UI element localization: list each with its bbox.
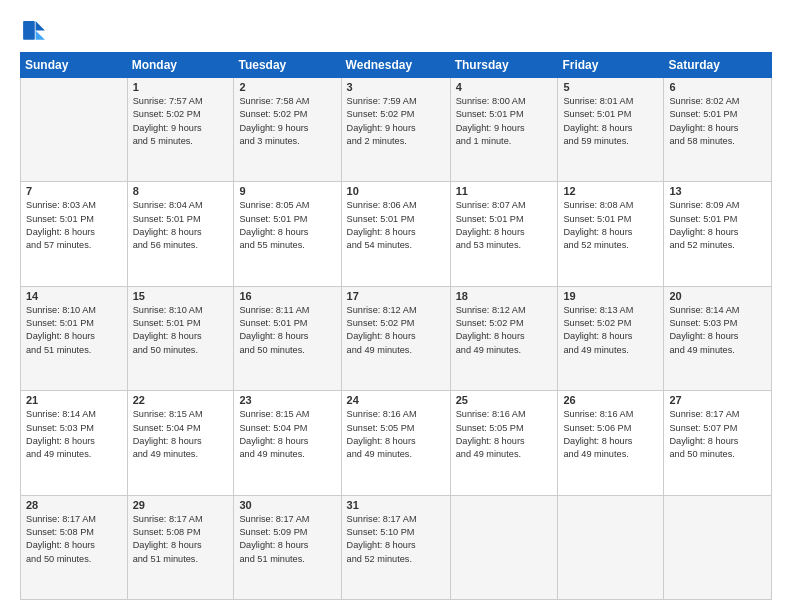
day-info: Sunrise: 8:17 AM Sunset: 5:08 PM Dayligh… (133, 513, 229, 566)
day-number: 28 (26, 499, 122, 511)
day-info: Sunrise: 8:10 AM Sunset: 5:01 PM Dayligh… (133, 304, 229, 357)
day-cell: 18Sunrise: 8:12 AM Sunset: 5:02 PM Dayli… (450, 286, 558, 390)
day-cell: 30Sunrise: 8:17 AM Sunset: 5:09 PM Dayli… (234, 495, 341, 599)
day-number: 25 (456, 394, 553, 406)
weekday-tuesday: Tuesday (234, 53, 341, 78)
day-cell: 28Sunrise: 8:17 AM Sunset: 5:08 PM Dayli… (21, 495, 128, 599)
day-info: Sunrise: 8:17 AM Sunset: 5:10 PM Dayligh… (347, 513, 445, 566)
svg-marker-1 (36, 30, 45, 39)
day-info: Sunrise: 8:11 AM Sunset: 5:01 PM Dayligh… (239, 304, 335, 357)
day-cell: 1Sunrise: 7:57 AM Sunset: 5:02 PM Daylig… (127, 78, 234, 182)
day-info: Sunrise: 8:16 AM Sunset: 5:05 PM Dayligh… (456, 408, 553, 461)
calendar-table: SundayMondayTuesdayWednesdayThursdayFrid… (20, 52, 772, 600)
day-cell: 4Sunrise: 8:00 AM Sunset: 5:01 PM Daylig… (450, 78, 558, 182)
weekday-sunday: Sunday (21, 53, 128, 78)
day-number: 17 (347, 290, 445, 302)
day-cell: 23Sunrise: 8:15 AM Sunset: 5:04 PM Dayli… (234, 391, 341, 495)
day-cell: 12Sunrise: 8:08 AM Sunset: 5:01 PM Dayli… (558, 182, 664, 286)
day-number: 30 (239, 499, 335, 511)
day-cell: 19Sunrise: 8:13 AM Sunset: 5:02 PM Dayli… (558, 286, 664, 390)
day-cell: 13Sunrise: 8:09 AM Sunset: 5:01 PM Dayli… (664, 182, 772, 286)
day-number: 4 (456, 81, 553, 93)
week-row-2: 7Sunrise: 8:03 AM Sunset: 5:01 PM Daylig… (21, 182, 772, 286)
week-row-1: 1Sunrise: 7:57 AM Sunset: 5:02 PM Daylig… (21, 78, 772, 182)
week-row-3: 14Sunrise: 8:10 AM Sunset: 5:01 PM Dayli… (21, 286, 772, 390)
day-info: Sunrise: 8:17 AM Sunset: 5:09 PM Dayligh… (239, 513, 335, 566)
day-number: 20 (669, 290, 766, 302)
day-number: 13 (669, 185, 766, 197)
day-info: Sunrise: 7:58 AM Sunset: 5:02 PM Dayligh… (239, 95, 335, 148)
day-info: Sunrise: 8:16 AM Sunset: 5:05 PM Dayligh… (347, 408, 445, 461)
day-number: 27 (669, 394, 766, 406)
weekday-monday: Monday (127, 53, 234, 78)
day-number: 31 (347, 499, 445, 511)
day-cell: 21Sunrise: 8:14 AM Sunset: 5:03 PM Dayli… (21, 391, 128, 495)
logo (20, 18, 52, 46)
day-cell: 26Sunrise: 8:16 AM Sunset: 5:06 PM Dayli… (558, 391, 664, 495)
day-number: 29 (133, 499, 229, 511)
day-info: Sunrise: 8:16 AM Sunset: 5:06 PM Dayligh… (563, 408, 658, 461)
day-info: Sunrise: 7:57 AM Sunset: 5:02 PM Dayligh… (133, 95, 229, 148)
day-info: Sunrise: 8:03 AM Sunset: 5:01 PM Dayligh… (26, 199, 122, 252)
weekday-saturday: Saturday (664, 53, 772, 78)
weekday-row: SundayMondayTuesdayWednesdayThursdayFrid… (21, 53, 772, 78)
day-info: Sunrise: 8:05 AM Sunset: 5:01 PM Dayligh… (239, 199, 335, 252)
day-number: 7 (26, 185, 122, 197)
day-number: 12 (563, 185, 658, 197)
weekday-wednesday: Wednesday (341, 53, 450, 78)
calendar-body: 1Sunrise: 7:57 AM Sunset: 5:02 PM Daylig… (21, 78, 772, 600)
week-row-5: 28Sunrise: 8:17 AM Sunset: 5:08 PM Dayli… (21, 495, 772, 599)
day-info: Sunrise: 8:17 AM Sunset: 5:08 PM Dayligh… (26, 513, 122, 566)
day-number: 24 (347, 394, 445, 406)
day-number: 6 (669, 81, 766, 93)
day-number: 11 (456, 185, 553, 197)
day-cell: 7Sunrise: 8:03 AM Sunset: 5:01 PM Daylig… (21, 182, 128, 286)
day-cell: 11Sunrise: 8:07 AM Sunset: 5:01 PM Dayli… (450, 182, 558, 286)
page: SundayMondayTuesdayWednesdayThursdayFrid… (0, 0, 792, 612)
day-number: 15 (133, 290, 229, 302)
day-cell: 24Sunrise: 8:16 AM Sunset: 5:05 PM Dayli… (341, 391, 450, 495)
day-info: Sunrise: 8:02 AM Sunset: 5:01 PM Dayligh… (669, 95, 766, 148)
day-info: Sunrise: 8:00 AM Sunset: 5:01 PM Dayligh… (456, 95, 553, 148)
day-cell: 16Sunrise: 8:11 AM Sunset: 5:01 PM Dayli… (234, 286, 341, 390)
weekday-friday: Friday (558, 53, 664, 78)
logo-icon (20, 18, 48, 46)
day-cell (21, 78, 128, 182)
day-number: 3 (347, 81, 445, 93)
day-info: Sunrise: 8:08 AM Sunset: 5:01 PM Dayligh… (563, 199, 658, 252)
day-info: Sunrise: 8:12 AM Sunset: 5:02 PM Dayligh… (347, 304, 445, 357)
day-cell: 8Sunrise: 8:04 AM Sunset: 5:01 PM Daylig… (127, 182, 234, 286)
day-info: Sunrise: 8:17 AM Sunset: 5:07 PM Dayligh… (669, 408, 766, 461)
day-cell: 9Sunrise: 8:05 AM Sunset: 5:01 PM Daylig… (234, 182, 341, 286)
day-info: Sunrise: 8:13 AM Sunset: 5:02 PM Dayligh… (563, 304, 658, 357)
day-number: 16 (239, 290, 335, 302)
day-number: 9 (239, 185, 335, 197)
day-info: Sunrise: 8:06 AM Sunset: 5:01 PM Dayligh… (347, 199, 445, 252)
day-number: 8 (133, 185, 229, 197)
day-number: 1 (133, 81, 229, 93)
svg-marker-0 (36, 21, 45, 30)
day-cell: 22Sunrise: 8:15 AM Sunset: 5:04 PM Dayli… (127, 391, 234, 495)
day-cell (664, 495, 772, 599)
day-number: 21 (26, 394, 122, 406)
day-info: Sunrise: 8:10 AM Sunset: 5:01 PM Dayligh… (26, 304, 122, 357)
week-row-4: 21Sunrise: 8:14 AM Sunset: 5:03 PM Dayli… (21, 391, 772, 495)
day-cell: 25Sunrise: 8:16 AM Sunset: 5:05 PM Dayli… (450, 391, 558, 495)
day-info: Sunrise: 8:07 AM Sunset: 5:01 PM Dayligh… (456, 199, 553, 252)
day-number: 26 (563, 394, 658, 406)
weekday-thursday: Thursday (450, 53, 558, 78)
day-info: Sunrise: 8:15 AM Sunset: 5:04 PM Dayligh… (133, 408, 229, 461)
day-cell: 15Sunrise: 8:10 AM Sunset: 5:01 PM Dayli… (127, 286, 234, 390)
day-info: Sunrise: 8:09 AM Sunset: 5:01 PM Dayligh… (669, 199, 766, 252)
day-info: Sunrise: 8:14 AM Sunset: 5:03 PM Dayligh… (669, 304, 766, 357)
day-cell: 14Sunrise: 8:10 AM Sunset: 5:01 PM Dayli… (21, 286, 128, 390)
day-info: Sunrise: 8:14 AM Sunset: 5:03 PM Dayligh… (26, 408, 122, 461)
day-cell: 6Sunrise: 8:02 AM Sunset: 5:01 PM Daylig… (664, 78, 772, 182)
day-cell (558, 495, 664, 599)
day-cell: 3Sunrise: 7:59 AM Sunset: 5:02 PM Daylig… (341, 78, 450, 182)
day-number: 10 (347, 185, 445, 197)
day-cell (450, 495, 558, 599)
day-number: 18 (456, 290, 553, 302)
day-number: 19 (563, 290, 658, 302)
day-cell: 20Sunrise: 8:14 AM Sunset: 5:03 PM Dayli… (664, 286, 772, 390)
